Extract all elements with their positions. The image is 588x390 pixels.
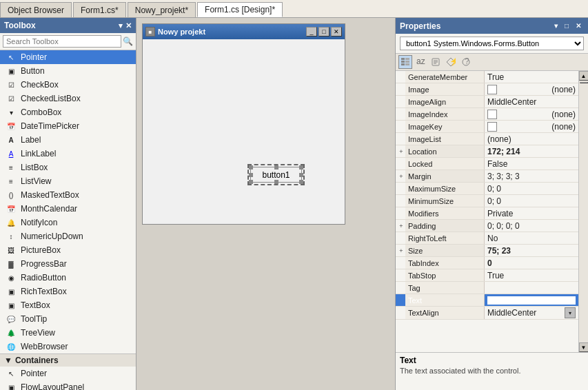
prop-name-generatemember: GenerateMember [405, 71, 485, 83]
props-row-padding: + Padding 0; 0; 0; 0 [396, 220, 578, 232]
expand-modifiers[interactable] [396, 207, 405, 219]
scrollbar-down-btn[interactable]: ▼ [579, 342, 589, 352]
toolbox-item-label: Pointer [21, 52, 47, 62]
expand-imagekey[interactable] [396, 121, 405, 132]
expand-text[interactable] [396, 294, 405, 306]
tab-object-browser[interactable]: Object Browser [0, 2, 72, 17]
props-close-btn[interactable]: ✕ [573, 21, 584, 31]
props-events-btn[interactable]: ⚡ [444, 55, 458, 69]
props-pin-btn[interactable]: ▾ [551, 21, 560, 31]
toolbox-pin-btn[interactable]: ▾ [119, 21, 123, 30]
toolbox-item-radiobutton[interactable]: ◉ RadioButton [0, 271, 136, 285]
button-icon: ▣ [6, 65, 17, 76]
toolbox-section-containers[interactable]: ▼ Containers [0, 353, 136, 367]
props-table-wrapper: GenerateMember True Image (none) ImageAl… [396, 71, 588, 352]
prop-name-textalign: TextAlign [405, 307, 485, 319]
toolbox-item-tooltip[interactable]: 💬 ToolTip [0, 312, 136, 326]
form-close-btn[interactable]: ✕ [331, 27, 342, 37]
handle-tc[interactable] [274, 165, 278, 170]
toolbox-item-treeview[interactable]: 🌲 TreeView [0, 326, 136, 340]
expand-imagelist[interactable] [396, 133, 405, 145]
toolbox-item-checkbox[interactable]: ☑ CheckBox [0, 78, 136, 92]
expand-textalign[interactable] [396, 307, 405, 319]
expand-tabindex[interactable] [396, 257, 405, 269]
props-help-btn[interactable]: ? [459, 55, 473, 69]
toolbox-item-linklabel[interactable]: A LinkLabel [0, 147, 136, 161]
handle-bl[interactable] [249, 180, 253, 184]
props-object-select[interactable]: button1 System.Windows.Forms.Button [400, 37, 584, 50]
handle-tl[interactable] [249, 165, 253, 170]
handle-bc[interactable] [274, 180, 278, 184]
expand-image[interactable] [396, 83, 405, 95]
toolbox-item-webbrowser[interactable]: 🌐 WebBrowser [0, 340, 136, 353]
expand-size[interactable]: + [396, 245, 405, 256]
prop-name-tabstop: TabStop [405, 269, 485, 281]
handle-mr[interactable] [299, 173, 303, 177]
form-content[interactable]: button1 [143, 39, 345, 224]
expand-maximumsize[interactable] [396, 183, 405, 194]
toolbox-item-checkedlistbox[interactable]: ☑ CheckedListBox [0, 92, 136, 105]
toolbox-item-datetimepicker[interactable]: 📅 DateTimePicker [0, 119, 136, 133]
text-value-input[interactable] [487, 296, 576, 305]
toolbox-item-label: CheckBox [21, 80, 59, 90]
scrollbar-thumb[interactable] [580, 82, 588, 83]
handle-ml[interactable] [249, 173, 253, 177]
expand-tag[interactable] [396, 282, 405, 294]
expand-locked[interactable] [396, 158, 405, 170]
toolbox-item-label: RadioButton [21, 273, 66, 283]
toolbox-item-label[interactable]: A Label [0, 133, 136, 147]
expand-minimumsize[interactable] [396, 195, 405, 207]
tab-form1-cs[interactable]: Form1.cs* [73, 2, 126, 17]
props-categorized-btn[interactable] [398, 55, 412, 69]
handle-tr[interactable] [299, 165, 303, 170]
toolbox-item-flowlayoutpanel[interactable]: ▣ FlowLayoutPanel [0, 380, 136, 390]
form-minimize-btn[interactable]: _ [306, 27, 317, 37]
toolbox-item-numericupdown[interactable]: ↕ NumericUpDown [0, 229, 136, 243]
toolbox-item-textbox[interactable]: ▣ TextBox [0, 298, 136, 312]
toolbox-item-progressbar[interactable]: ▓ ProgressBar [0, 257, 136, 271]
props-row-imageindex: ImageIndex (none) [396, 108, 578, 121]
toolbox-item-richtextbox[interactable]: ▣ RichTextBox [0, 285, 136, 298]
prop-value-imagelist: (none) [485, 133, 578, 145]
tab-nowy-projekt[interactable]: Nowy_projekt* [128, 2, 196, 17]
toolbox-item-monthcalendar[interactable]: 📅 MonthCalendar [0, 202, 136, 216]
toolbox-item-containers-pointer[interactable]: ↖ Pointer [0, 367, 136, 380]
props-alphabetical-btn[interactable]: az [414, 55, 427, 69]
form-maximize-btn[interactable]: □ [318, 27, 330, 37]
props-row-tag: Tag [396, 282, 578, 294]
prop-value-imagealign: MiddleCenter [485, 96, 578, 107]
pointer-icon: ↖ [6, 52, 17, 63]
expand-generatemember[interactable] [396, 71, 405, 83]
expand-tabstop[interactable] [396, 269, 405, 281]
toolbox-close-btn[interactable]: ✕ [125, 21, 132, 30]
form-button1[interactable]: button1 [250, 167, 302, 183]
toolbox-item-listbox[interactable]: ≡ ListBox [0, 161, 136, 174]
toolbox-item-pointer[interactable]: ↖ Pointer [0, 50, 136, 64]
expand-imageindex[interactable] [396, 108, 405, 120]
prop-value-imagekey: (none) [485, 121, 578, 132]
textalign-dropdown[interactable]: ▾ [565, 307, 576, 318]
toolbox-item-picturebox[interactable]: 🖼 PictureBox [0, 243, 136, 257]
props-properties-btn[interactable] [429, 55, 443, 69]
expand-imagealign[interactable] [396, 96, 405, 107]
expand-righttoleft[interactable] [396, 232, 405, 244]
scrollbar-up-btn[interactable]: ▲ [579, 71, 589, 81]
svg-rect-1 [405, 58, 409, 60]
toolbox-item-notifyicon[interactable]: 🔔 NotifyIcon [0, 216, 136, 229]
toolbox-item-label: Label [21, 135, 41, 145]
scrollbar-track[interactable] [579, 81, 588, 342]
expand-margin[interactable]: + [396, 170, 405, 182]
props-expand-btn[interactable]: □ [562, 21, 571, 31]
search-input[interactable] [3, 35, 121, 48]
toolbox-item-listview[interactable]: ≡ ListView [0, 174, 136, 188]
expand-location[interactable]: + [396, 145, 405, 157]
toolbox-item-combobox[interactable]: ▾ ComboBox [0, 105, 136, 119]
expand-padding[interactable]: + [396, 220, 405, 232]
toolbox-item-label: CheckedListBox [21, 94, 81, 103]
prop-value-text[interactable] [485, 294, 578, 306]
toolbox-item-maskedtextbox[interactable]: () MaskedTextBox [0, 188, 136, 202]
tooltip-icon: 💬 [6, 314, 17, 325]
tab-form1-design[interactable]: Form1.cs [Design]* [197, 2, 283, 17]
toolbox-item-button[interactable]: ▣ Button [0, 64, 136, 78]
handle-br[interactable] [299, 180, 303, 184]
